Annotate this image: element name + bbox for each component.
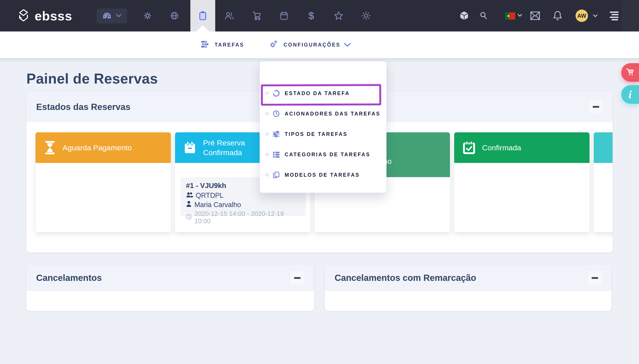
copy-icon bbox=[272, 170, 281, 179]
booking-group: QRTDPL bbox=[196, 192, 223, 200]
users-icon bbox=[186, 192, 193, 200]
calendar-minus-icon bbox=[183, 140, 197, 155]
menu-item-acionadores-das-tarefas[interactable]: ACIONADORES DAS TAREFAS bbox=[260, 104, 386, 124]
sliders-icon bbox=[272, 130, 281, 138]
floating-cart-button[interactable] bbox=[621, 63, 639, 82]
star-icon[interactable] bbox=[333, 10, 344, 21]
cart-icon[interactable] bbox=[251, 10, 262, 21]
logo-text: ebsss bbox=[35, 8, 72, 23]
bell-icon[interactable] bbox=[552, 10, 563, 21]
layers-logo-icon bbox=[17, 8, 30, 23]
status-header-aguarda-pagamento: Aguarda Pagamento bbox=[36, 132, 171, 163]
chevron-down-icon bbox=[116, 14, 122, 18]
search-icon[interactable] bbox=[478, 10, 489, 21]
menu-item-tipos-de-tarefas[interactable]: TIPOS DE TAREFAS bbox=[260, 124, 386, 144]
status-column-clipped bbox=[594, 132, 612, 232]
card-cancelamentos-remarcacao: Cancelamentos com Remarcação bbox=[325, 265, 611, 311]
booking-period: 2020-12-15 14:00 - 2020-12-19 10:00 bbox=[194, 210, 300, 225]
cart-icon bbox=[625, 68, 635, 78]
status-header-clipped bbox=[594, 132, 612, 163]
users-icon[interactable] bbox=[224, 10, 235, 21]
flag-red bbox=[509, 12, 515, 20]
status-column-confirmada: Confirmada bbox=[454, 132, 589, 232]
stream-icon bbox=[201, 40, 209, 49]
card-cancelamentos-header: Cancelamentos bbox=[27, 265, 314, 291]
clock-icon bbox=[272, 109, 281, 118]
booking-period-row: 2020-12-15 14:00 - 2020-12-19 10:00 bbox=[186, 210, 300, 225]
card-estados-title: Estados das Reservas bbox=[36, 102, 130, 112]
list-icon bbox=[272, 150, 281, 159]
chevron-down-icon[interactable] bbox=[517, 14, 522, 18]
menu-icon[interactable] bbox=[610, 12, 620, 20]
collapse-button[interactable] bbox=[588, 271, 602, 285]
card-cancelamentos: Cancelamentos bbox=[27, 265, 314, 311]
collapse-button[interactable] bbox=[589, 100, 603, 114]
active-nav-tab-bookings[interactable] bbox=[190, 0, 215, 32]
secondary-navbar: TAREFAS CONFIGURAÇÕES bbox=[0, 32, 639, 58]
chevron-down-icon[interactable] bbox=[593, 14, 598, 18]
status-label: Pré Reserva Confirmada bbox=[203, 138, 254, 158]
subnav-tarefas-label: TAREFAS bbox=[215, 42, 244, 48]
spinner-circle-icon bbox=[272, 89, 281, 98]
floating-info-button[interactable]: i bbox=[621, 85, 639, 104]
clipboard-icon bbox=[197, 10, 208, 21]
flag-emblem bbox=[507, 14, 510, 18]
active-tab-notch bbox=[196, 25, 209, 32]
booking-customer-row: Maria Carvalho bbox=[186, 201, 300, 209]
mail-icon[interactable] bbox=[530, 10, 540, 21]
configuracoes-dropdown-menu: ESTADO DA TAREFA ACIONADORES DAS TAREFAS… bbox=[260, 61, 387, 193]
bullet-ring-icon bbox=[266, 153, 269, 156]
menu-item-label: MODELOS DE TAREFAS bbox=[285, 172, 360, 178]
avatar-initials: AW bbox=[577, 13, 586, 19]
menu-item-label: ACIONADORES DAS TAREFAS bbox=[285, 111, 381, 117]
bullet-ring-icon bbox=[266, 112, 269, 115]
collapse-button[interactable] bbox=[290, 271, 304, 285]
menu-item-modelos-de-tarefas[interactable]: MODELOS DE TAREFAS bbox=[260, 165, 386, 185]
chevron-down-icon[interactable] bbox=[342, 40, 353, 50]
menu-item-label: ESTADO DA TAREFA bbox=[285, 90, 350, 96]
bullet-ring-icon bbox=[266, 92, 269, 95]
status-label: Confirmada bbox=[482, 143, 521, 152]
card-cancelamentos-title: Cancelamentos bbox=[36, 273, 102, 283]
info-icon: i bbox=[628, 88, 632, 101]
status-label: Aguarda Pagamento bbox=[63, 143, 132, 152]
calendar-check-icon bbox=[462, 140, 476, 155]
calendar-icon[interactable] bbox=[279, 10, 289, 21]
menu-item-categorias-de-tarefas[interactable]: CATEGORIAS DE TAREFAS bbox=[260, 144, 386, 165]
person-icon bbox=[186, 201, 192, 209]
language-selector-portugal-flag[interactable] bbox=[505, 12, 515, 20]
menu-item-label: TIPOS DE TAREFAS bbox=[285, 131, 348, 137]
gears-icon bbox=[269, 40, 278, 50]
hourglass-icon bbox=[43, 140, 57, 155]
bullet-ring-icon bbox=[266, 173, 269, 176]
globe-icon[interactable] bbox=[169, 10, 180, 21]
status-header-confirmada: Confirmada bbox=[454, 132, 589, 163]
subnav-tab-tarefas[interactable]: TAREFAS bbox=[201, 32, 244, 58]
user-avatar[interactable]: AW bbox=[575, 10, 588, 22]
subnav-tab-configuracoes[interactable]: CONFIGURAÇÕES bbox=[269, 32, 340, 58]
top-navbar: ebsss bbox=[0, 0, 639, 32]
sun-icon[interactable] bbox=[361, 10, 372, 21]
status-column-aguarda-pagamento: Aguarda Pagamento bbox=[36, 132, 171, 232]
cube-icon[interactable] bbox=[459, 10, 469, 21]
minus-icon bbox=[294, 277, 301, 279]
navbar-right-panel bbox=[622, 0, 639, 32]
dashboard-switcher-button[interactable] bbox=[97, 8, 127, 24]
menu-item-estado-da-tarefa[interactable]: ESTADO DA TAREFA bbox=[260, 83, 386, 104]
bullet-ring-icon bbox=[266, 132, 269, 136]
page-title: Painel de Reservas bbox=[27, 70, 158, 87]
gear-icon[interactable] bbox=[142, 10, 153, 21]
card-cancelamentos-remarcacao-title: Cancelamentos com Remarcação bbox=[335, 273, 476, 283]
menu-item-label: CATEGORIAS DE TAREFAS bbox=[285, 152, 370, 158]
subnav-configuracoes-label: CONFIGURAÇÕES bbox=[283, 42, 340, 48]
dollar-icon[interactable]: $ bbox=[306, 10, 316, 21]
minus-icon bbox=[591, 277, 598, 279]
dashboard-gauge-icon bbox=[102, 11, 112, 21]
clock-icon bbox=[186, 214, 192, 221]
card-cancelamentos-remarcacao-header: Cancelamentos com Remarcação bbox=[325, 265, 611, 291]
app-logo[interactable]: ebsss bbox=[17, 0, 72, 32]
minus-icon bbox=[593, 106, 599, 108]
booking-customer: Maria Carvalho bbox=[194, 201, 241, 209]
